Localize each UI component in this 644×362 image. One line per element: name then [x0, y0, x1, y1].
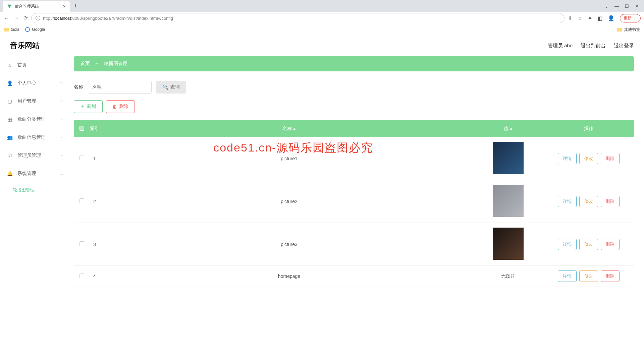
chevron-down-icon[interactable]: ⌄ [605, 4, 608, 9]
sidebar-item-home[interactable]: ⌂ 首页 [0, 56, 70, 74]
table-row: 3 picture3 详情 修改 删除 [74, 223, 634, 266]
google-icon [25, 27, 30, 32]
maximize-icon[interactable]: ☐ [625, 4, 629, 9]
tab-title: 后台管理系统 [15, 4, 60, 9]
col-header-check[interactable] [74, 120, 90, 137]
row-checkbox[interactable] [79, 274, 84, 278]
row-name: picture3 [105, 223, 473, 266]
sidebar-sub-label: 轮播图管理 [13, 187, 35, 193]
row-thumbnail[interactable] [493, 228, 524, 260]
row-index: 2 [90, 180, 105, 223]
table-row: 2 picture2 详情 修改 删除 [74, 180, 634, 223]
edit-button[interactable]: 修改 [579, 239, 598, 250]
col-header-index: 索引 [90, 120, 105, 137]
clipboard-icon: ▢ [7, 99, 13, 104]
row-checkbox[interactable] [79, 241, 84, 246]
edit-button[interactable]: 修改 [579, 196, 598, 207]
sidebar-item-admin-mgmt[interactable]: ☑ 管理员管理 ﹀ [0, 146, 70, 165]
logout-link[interactable]: 退出登录 [614, 43, 634, 49]
sidebar-item-system-mgmt[interactable]: 🔔 系统管理 ︿ [0, 165, 70, 183]
chevron-down-icon: ﹀ [60, 81, 64, 86]
url-text: http://localhost:8080/springboote2a78/ad… [43, 16, 173, 21]
delete-button[interactable]: 🗑 删除 [106, 100, 135, 113]
vue-favicon [7, 4, 12, 9]
url-input[interactable]: i http://localhost:8080/springboote2a78/… [31, 13, 565, 23]
bookmark-tools[interactable]: tools [4, 27, 19, 32]
action-row: ＋ 新增 🗑 删除 [74, 100, 634, 113]
admin-label[interactable]: 管理员 abo [548, 43, 573, 49]
trash-icon: 🗑 [112, 104, 117, 109]
sidebar-item-label: 歌曲信息管理 [17, 134, 46, 140]
header-right: 管理员 abo 退出到前台 退出登录 [548, 43, 634, 49]
sidebar-sub-carousel[interactable]: 轮播图管理 [0, 183, 70, 197]
sidebar-item-profile[interactable]: 👤 个人中心 ﹀ [0, 74, 70, 92]
sidebar-item-song-mgmt[interactable]: 👥 歌曲信息管理 ﹀ [0, 128, 70, 146]
detail-button[interactable]: 详情 [558, 270, 577, 282]
detail-button[interactable]: 详情 [558, 239, 577, 250]
home-icon: ⌂ [7, 62, 13, 68]
row-checkbox[interactable] [79, 156, 84, 160]
sidebar-item-label: 管理员管理 [17, 153, 41, 159]
star-icon[interactable]: ☆ [578, 15, 582, 21]
new-tab-button[interactable]: + [70, 3, 82, 10]
browser-tab[interactable]: 后台管理系统 × [3, 1, 70, 12]
check-icon: ☑ [7, 153, 13, 158]
back-icon[interactable]: ← [3, 15, 10, 21]
share-icon[interactable]: ⇪ [568, 15, 572, 21]
checkbox-all[interactable] [79, 126, 84, 131]
row-name: picture1 [105, 137, 473, 180]
profile-icon[interactable]: 👤 [608, 15, 614, 21]
bookmark-google[interactable]: Google [25, 27, 45, 32]
minimize-icon[interactable]: ― [614, 4, 619, 9]
search-input[interactable] [88, 81, 152, 94]
info-icon[interactable]: i [36, 16, 40, 20]
row-delete-button[interactable]: 删除 [601, 196, 620, 207]
edit-button[interactable]: 修改 [579, 270, 598, 282]
detail-button[interactable]: 详情 [558, 153, 577, 164]
close-icon[interactable]: × [63, 4, 66, 9]
table-row: 4 homepage 无图片 详情 修改 删除 [74, 266, 634, 287]
to-frontend-link[interactable]: 退出到前台 [581, 43, 606, 49]
row-index: 4 [90, 266, 105, 287]
bookmark-other[interactable]: 其他书签 [617, 27, 640, 33]
table-row: 1 picture1 详情 修改 删除 [74, 137, 634, 180]
extensions-icon[interactable]: ✦ [588, 15, 592, 21]
forward-icon: → [13, 15, 20, 21]
breadcrumb-current: 轮播图管理 [104, 61, 127, 66]
row-checkbox[interactable] [79, 198, 84, 203]
row-delete-button[interactable]: 删除 [601, 153, 620, 164]
breadcrumb: 首页 → 轮播图管理 [74, 56, 634, 71]
update-button[interactable]: 更新⋮ [620, 14, 641, 22]
sort-icon: ◆ [510, 127, 513, 131]
chevron-down-icon: ﹀ [60, 153, 64, 158]
detail-button[interactable]: 详情 [558, 196, 577, 207]
sidebar-item-label: 首页 [17, 62, 27, 68]
folder-icon [4, 28, 9, 32]
col-header-value[interactable]: 值◆ [473, 120, 543, 137]
row-thumbnail[interactable] [493, 142, 524, 174]
row-delete-button[interactable]: 删除 [601, 270, 620, 282]
data-table: 索引 名称◆ 值◆ 操作 1 picture1 详情 修改 删除 2 pictu… [74, 120, 634, 287]
search-row: 名称 🔍 查询 [74, 81, 634, 94]
main-content: 首页 → 轮播图管理 名称 🔍 查询 ＋ 新增 🗑 删除 [70, 35, 644, 361]
row-delete-button[interactable]: 删除 [601, 239, 620, 250]
chevron-down-icon: ﹀ [60, 99, 64, 104]
chevron-down-icon: ﹀ [60, 117, 64, 122]
reload-icon[interactable]: ⟳ [23, 15, 28, 21]
sidebar-item-user-mgmt[interactable]: ▢ 用户管理 ﹀ [0, 92, 70, 110]
sidebar-item-category-mgmt[interactable]: ▦ 歌曲分类管理 ﹀ [0, 110, 70, 128]
edit-button[interactable]: 修改 [579, 153, 598, 164]
brand-title: 音乐网站 [10, 41, 40, 51]
add-button[interactable]: ＋ 新增 [74, 100, 103, 113]
row-thumbnail[interactable] [493, 185, 524, 217]
sidebar-item-label: 系统管理 [17, 171, 36, 177]
close-window-icon[interactable]: ✕ [635, 4, 639, 9]
sidepanel-icon[interactable]: ◧ [597, 15, 602, 21]
address-bar-icons: ⇪ ☆ ✦ ◧ 👤 更新⋮ [568, 14, 641, 22]
app-root: 音乐网站 管理员 abo 退出到前台 退出登录 ⌂ 首页 👤 个人中心 ﹀ ▢ … [0, 35, 644, 361]
query-button[interactable]: 🔍 查询 [156, 81, 186, 94]
sidebar-item-label: 用户管理 [17, 98, 36, 104]
address-bar: ← → ⟳ i http://localhost:8080/springboot… [0, 12, 644, 24]
col-header-name[interactable]: 名称◆ [105, 120, 473, 137]
breadcrumb-home[interactable]: 首页 [80, 61, 90, 66]
